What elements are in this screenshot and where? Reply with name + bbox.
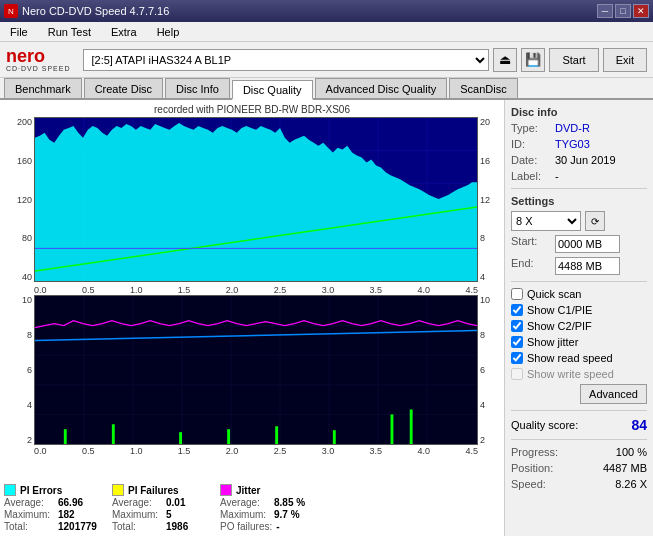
show-read-speed-label: Show read speed (527, 352, 613, 364)
save-button[interactable]: 💾 (521, 48, 545, 72)
type-value: DVD-R (555, 122, 590, 134)
bottom-chart (34, 295, 478, 445)
show-write-speed-row[interactable]: Show write speed (511, 368, 647, 380)
type-row: Type: DVD-R (511, 122, 647, 134)
svg-rect-34 (333, 430, 336, 444)
speed-select[interactable]: 8 X (511, 211, 581, 231)
menu-extra[interactable]: Extra (105, 24, 143, 40)
settings-title: Settings (511, 195, 647, 207)
pi-failures-avg-label: Average: (112, 497, 162, 508)
svg-rect-29 (64, 429, 67, 444)
end-row: End: (511, 257, 647, 275)
quick-scan-row[interactable]: Quick scan (511, 288, 647, 300)
position-label: Position: (511, 462, 553, 474)
show-jitter-label: Show jitter (527, 336, 578, 348)
pi-errors-avg-label: Average: (4, 497, 54, 508)
menu-run-test[interactable]: Run Test (42, 24, 97, 40)
pi-errors-total-val: 1201779 (58, 521, 97, 532)
pi-errors-color (4, 484, 16, 496)
pi-failures-total-val: 1986 (166, 521, 188, 532)
label-row: Label: - (511, 170, 647, 182)
show-c2-row[interactable]: Show C2/PIF (511, 320, 647, 332)
svg-rect-35 (391, 414, 394, 444)
show-read-speed-checkbox[interactable] (511, 352, 523, 364)
top-chart-x-labels: 0.0 0.5 1.0 1.5 2.0 2.5 3.0 3.5 4.0 4.5 (34, 285, 478, 295)
legend-area: PI Errors Average: 66.96 Maximum: 182 To… (4, 484, 500, 532)
quick-scan-label: Quick scan (527, 288, 581, 300)
divider-1 (511, 188, 647, 189)
tab-create-disc[interactable]: Create Disc (84, 78, 163, 98)
logo-area: nero CD·DVD SPEED (6, 47, 71, 72)
show-jitter-row[interactable]: Show jitter (511, 336, 647, 348)
show-jitter-checkbox[interactable] (511, 336, 523, 348)
maximize-button[interactable]: □ (615, 4, 631, 18)
menu-file[interactable]: File (4, 24, 34, 40)
pi-errors-total-label: Total: (4, 521, 54, 532)
show-c2-checkbox[interactable] (511, 320, 523, 332)
chart-area: recorded with PIONEER BD-RW BDR-XS06 200… (0, 100, 505, 536)
top-chart (34, 117, 478, 282)
jitter-title: Jitter (236, 485, 260, 496)
right-panel: Disc info Type: DVD-R ID: TYG03 Date: 30… (505, 100, 653, 536)
show-c1-row[interactable]: Show C1/PIE (511, 304, 647, 316)
start-input[interactable] (555, 235, 620, 253)
nero-logo: nero (6, 47, 45, 65)
speed-value-2: 8.26 X (615, 478, 647, 490)
quick-scan-checkbox[interactable] (511, 288, 523, 300)
show-c2-label: Show C2/PIF (527, 320, 592, 332)
bottom-chart-x-labels: 0.0 0.5 1.0 1.5 2.0 2.5 3.0 3.5 4.0 4.5 (34, 446, 478, 456)
progress-row: Progress: 100 % (511, 446, 647, 458)
title-bar: N Nero CD-DVD Speed 4.7.7.16 ─ □ ✕ (0, 0, 653, 22)
tab-disc-info[interactable]: Disc Info (165, 78, 230, 98)
divider-3 (511, 410, 647, 411)
show-read-speed-row[interactable]: Show read speed (511, 352, 647, 364)
id-label: ID: (511, 138, 551, 150)
settings-icon-button[interactable]: ⟳ (585, 211, 605, 231)
pi-failures-total-label: Total: (112, 521, 162, 532)
date-value: 30 Jun 2019 (555, 154, 616, 166)
pi-failures-max-val: 5 (166, 509, 172, 520)
menu-bar: File Run Test Extra Help (0, 22, 653, 42)
position-row: Position: 4487 MB (511, 462, 647, 474)
divider-4 (511, 439, 647, 440)
show-write-speed-checkbox[interactable] (511, 368, 523, 380)
toolbar: nero CD·DVD SPEED [2:5] ATAPI iHAS324 A … (0, 42, 653, 78)
speed-row: 8 X ⟳ (511, 211, 647, 231)
minimize-button[interactable]: ─ (597, 4, 613, 18)
advanced-button[interactable]: Advanced (580, 384, 647, 404)
id-value: TYG03 (555, 138, 590, 150)
progress-label: Progress: (511, 446, 558, 458)
progress-value: 100 % (616, 446, 647, 458)
date-label: Date: (511, 154, 551, 166)
quality-score-value: 84 (631, 417, 647, 433)
tab-disc-quality[interactable]: Disc Quality (232, 80, 313, 100)
end-input[interactable] (555, 257, 620, 275)
bottom-chart-y-left: 10 8 6 4 2 (4, 295, 32, 445)
id-row: ID: TYG03 (511, 138, 647, 150)
jitter-avg-label: Average: (220, 497, 270, 508)
label-label: Label: (511, 170, 551, 182)
position-value: 4487 MB (603, 462, 647, 474)
start-button[interactable]: Start (549, 48, 598, 72)
drive-select[interactable]: [2:5] ATAPI iHAS324 A BL1P (83, 49, 490, 71)
pi-errors-title: PI Errors (20, 485, 62, 496)
exit-button[interactable]: Exit (603, 48, 647, 72)
divider-2 (511, 281, 647, 282)
pi-failures-avg-val: 0.01 (166, 497, 185, 508)
pi-errors-avg-val: 66.96 (58, 497, 83, 508)
start-row: Start: (511, 235, 647, 253)
menu-help[interactable]: Help (151, 24, 186, 40)
end-label: End: (511, 257, 551, 275)
pi-errors-legend: PI Errors Average: 66.96 Maximum: 182 To… (4, 484, 104, 532)
show-c1-checkbox[interactable] (511, 304, 523, 316)
tab-benchmark[interactable]: Benchmark (4, 78, 82, 98)
svg-rect-33 (275, 426, 278, 444)
tab-scan-disc[interactable]: ScanDisc (449, 78, 517, 98)
tab-advanced-disc-quality[interactable]: Advanced Disc Quality (315, 78, 448, 98)
top-chart-y-left: 200 160 120 80 40 (4, 117, 32, 282)
eject-button[interactable]: ⏏ (493, 48, 517, 72)
po-failures-label: PO failures: (220, 521, 272, 532)
quality-score-label: Quality score: (511, 419, 578, 431)
pi-failures-title: PI Failures (128, 485, 179, 496)
close-button[interactable]: ✕ (633, 4, 649, 18)
